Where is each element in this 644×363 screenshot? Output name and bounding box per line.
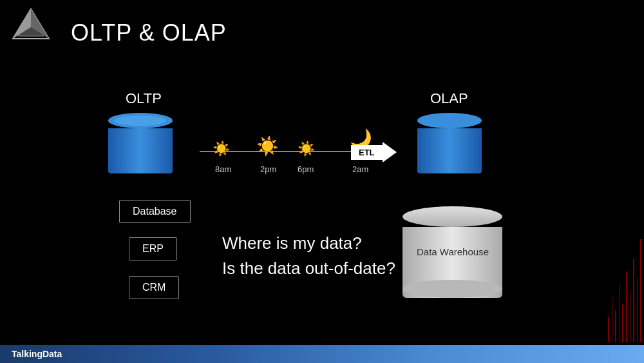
question-line1: Where is my data?: [222, 231, 395, 256]
etl-arrowhead: [383, 142, 397, 162]
bar-chart-decoration: [605, 229, 644, 345]
slide-title: OLTP & OLAP: [71, 19, 227, 46]
olap-label: OLAP: [430, 90, 468, 107]
database-box: Database: [119, 200, 191, 223]
etl-arrow: ETL: [351, 142, 397, 162]
logo: [12, 8, 57, 46]
etl-label: ETL: [351, 145, 383, 160]
time-2pm: 2pm: [260, 164, 276, 174]
time-8am: 8am: [215, 164, 231, 174]
time-6pm: 6pm: [298, 164, 314, 174]
question-line2: Is the data out-of-date?: [222, 256, 395, 281]
time-2am: 2am: [352, 164, 368, 174]
erp-box: ERP: [129, 237, 177, 260]
sun-6pm-icon: ☀️: [298, 141, 315, 157]
olap-cylinder: [417, 113, 482, 173]
oltp-label: OLTP: [126, 90, 162, 107]
crm-box: CRM: [129, 276, 179, 299]
oltp-cylinder: [108, 113, 173, 173]
data-warehouse-cylinder: Data Warehouse: [402, 206, 502, 298]
sun-8am-icon: ☀️: [213, 141, 230, 157]
dw-label: Data Warehouse: [414, 246, 491, 257]
question-text: Where is my data? Is the data out-of-dat…: [222, 231, 395, 281]
brand-label: TalkingData: [12, 349, 62, 359]
bottom-bar: TalkingData: [0, 345, 644, 363]
sun-2pm-icon: ☀️: [256, 135, 279, 157]
